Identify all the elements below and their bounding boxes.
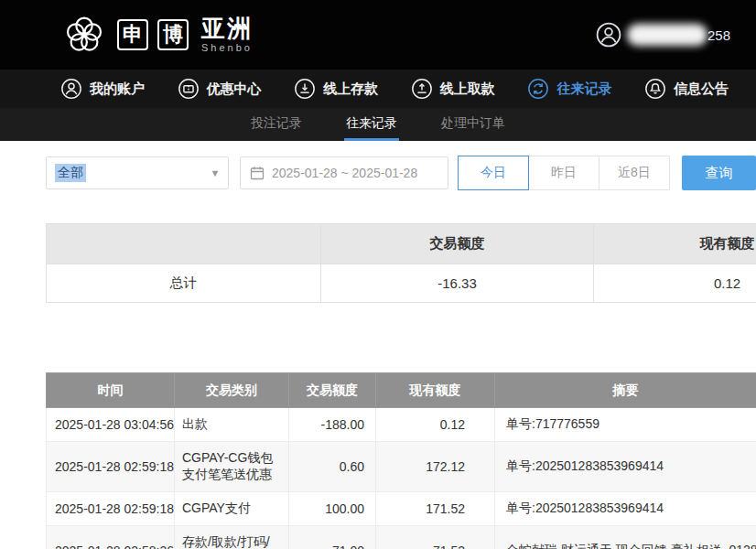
logo-region-text: 亚洲 [201, 16, 253, 40]
cell-balance: 0.12 [376, 408, 495, 442]
cell-balance: 171.52 [376, 492, 495, 526]
cell-summary: 金蛇献瑞 财运通天 现金回馈 豪礼相送_0128 [495, 526, 756, 549]
redacted-username [627, 24, 707, 46]
main-navigation: 我的账户 优惠中心 线上存款 [0, 70, 756, 108]
nav-label: 我的账户 [90, 81, 145, 98]
type-select-value: 全部 [55, 164, 86, 182]
summary-total-row: 总计 -16.33 0.12 [47, 264, 756, 303]
col-summary: 摘要 [495, 373, 756, 408]
quick-date-buttons: 今日 昨日 近8日 [458, 156, 670, 190]
cell-type: 存款/取款/打码/损益 [175, 526, 289, 549]
cell-amount: 100.00 [289, 492, 376, 526]
cell-time: 2025-01-28 02:59:18 [47, 442, 175, 492]
cell-time: 2025-01-28 03:04:56 [47, 408, 175, 442]
col-time: 时间 [47, 373, 175, 408]
col-balance: 现有额度 [376, 373, 495, 408]
cell-amount: -188.00 [289, 408, 376, 442]
date-range-picker[interactable]: 2025-01-28 ~ 2025-01-28 [240, 156, 448, 189]
promo-icon [178, 78, 200, 100]
date-range-value: 2025-01-28 ~ 2025-01-28 [272, 166, 417, 180]
search-button[interactable]: 查询 [682, 156, 756, 190]
tab-transaction-records[interactable]: 往来记录 [344, 108, 399, 141]
calendar-icon [250, 166, 265, 180]
user-area[interactable]: 258 [596, 22, 730, 48]
cell-amount: 71.00 [289, 526, 376, 549]
brand-logo[interactable]: 申 博 亚洲 Shenbo [60, 11, 253, 59]
page: 申 博 亚洲 Shenbo 258 我的账户 [0, 0, 756, 549]
cell-amount: 0.60 [289, 442, 376, 492]
table-row: 2025-01-28 02:58:36 存款/取款/打码/损益 71.00 71… [47, 526, 756, 549]
summary-header-row: 交易额度 现有额度 [47, 224, 756, 264]
nav-label: 信息公告 [674, 81, 729, 98]
nav-label: 往来记录 [556, 81, 611, 98]
summary-table: 交易额度 现有额度 总计 -16.33 0.12 [46, 223, 756, 303]
nav-label: 线上取款 [440, 81, 495, 98]
summary-header-empty [47, 224, 321, 264]
nav-item-transaction-records[interactable]: 往来记录 [527, 78, 611, 100]
notice-icon [644, 78, 666, 100]
cell-type: CGPAY-CG钱包支付笔笔送优惠 [175, 442, 289, 492]
cell-balance: 71.52 [376, 526, 495, 549]
logo-char-2: 博 [157, 19, 189, 50]
records-icon [527, 78, 549, 100]
cell-balance: 172.12 [376, 442, 495, 492]
summary-header-current-balance: 现有额度 [594, 224, 756, 264]
col-amount: 交易额度 [289, 373, 376, 408]
username-suffix: 258 [707, 27, 730, 43]
top-header: 申 博 亚洲 Shenbo 258 [0, 0, 756, 70]
records-table: 时间 交易类别 交易额度 现有额度 摘要 2025-01-28 03:04:56… [46, 372, 756, 549]
table-row: 2025-01-28 02:59:18 CGPAY支付 100.00 171.5… [47, 492, 756, 526]
filter-bar: 全部 ▼ 2025-01-28 ~ 2025-01-28 今日 昨日 近8日 查… [46, 156, 756, 190]
nav-label: 线上存款 [323, 81, 378, 98]
chevron-down-icon: ▼ [202, 157, 228, 188]
nav-label: 优惠中心 [207, 81, 262, 98]
account-icon [60, 78, 82, 100]
today-button[interactable]: 今日 [458, 156, 529, 190]
cell-time: 2025-01-28 02:58:36 [47, 526, 175, 549]
cell-type: CGPAY支付 [175, 492, 289, 526]
summary-total-label: 总计 [47, 264, 321, 303]
logo-char-1: 申 [117, 19, 148, 50]
withdraw-icon [411, 78, 433, 100]
cell-summary: 单号:202501283853969414 [495, 492, 756, 526]
cell-time: 2025-01-28 02:59:18 [47, 492, 175, 526]
last-8-days-button[interactable]: 近8日 [599, 156, 670, 190]
yesterday-button[interactable]: 昨日 [528, 156, 599, 190]
type-select[interactable]: 全部 ▼ [46, 156, 229, 189]
nav-item-promo-center[interactable]: 优惠中心 [178, 78, 262, 100]
nav-item-my-account[interactable]: 我的账户 [60, 78, 145, 100]
nav-item-online-deposit[interactable]: 线上存款 [294, 78, 378, 100]
summary-header-transaction-amount: 交易额度 [321, 224, 594, 264]
user-avatar-icon [596, 22, 621, 48]
sub-navigation: 投注记录 往来记录 处理中订单 [0, 108, 756, 141]
plum-blossom-icon [60, 11, 108, 59]
cell-summary: 单号:717776559 [495, 408, 756, 442]
logo-subtitle: Shenbo [201, 43, 253, 53]
table-row: 2025-01-28 02:59:18 CGPAY-CG钱包支付笔笔送优惠 0.… [47, 442, 756, 492]
summary-current-balance: 0.12 [594, 264, 756, 303]
tab-betting-records[interactable]: 投注记录 [249, 108, 304, 141]
cell-type: 出款 [175, 408, 289, 442]
table-row: 2025-01-28 03:04:56 出款 -188.00 0.12 单号:7… [47, 408, 756, 442]
nav-item-announcements[interactable]: 信息公告 [644, 78, 729, 100]
deposit-icon [294, 78, 316, 100]
col-type: 交易类别 [175, 373, 289, 408]
summary-transaction-amount: -16.33 [321, 264, 594, 303]
records-header-row: 时间 交易类别 交易额度 现有额度 摘要 [47, 373, 756, 408]
cell-summary: 单号:202501283853969414 [495, 442, 756, 492]
tab-pending-orders[interactable]: 处理中订单 [439, 108, 507, 141]
nav-item-online-withdrawal[interactable]: 线上取款 [411, 78, 495, 100]
